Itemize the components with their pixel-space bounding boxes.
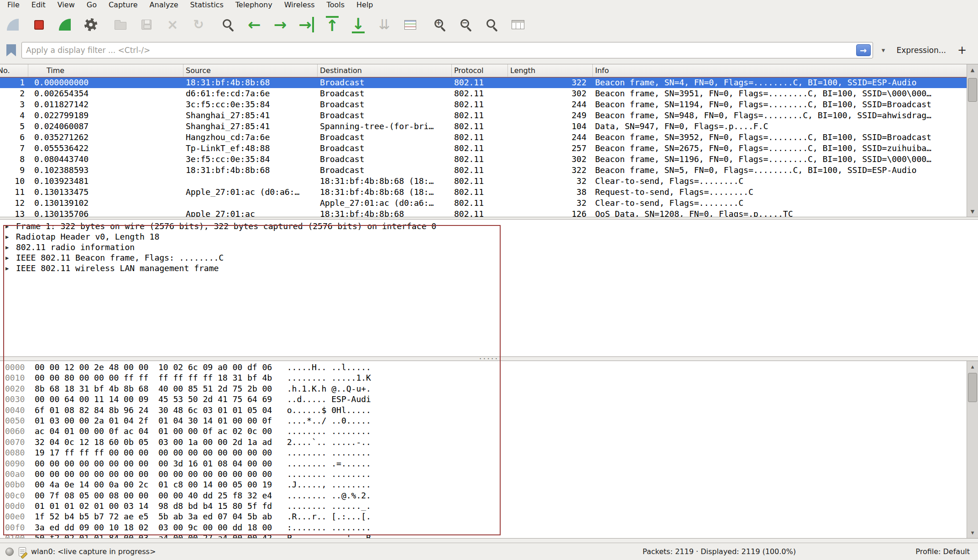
packet-row[interactable]: 30.0118271423c:f5:cc:0e:35:84Broadcast80… xyxy=(0,99,967,110)
packet-bytes-scrollbar[interactable]: ▲ ▼ xyxy=(967,361,978,538)
menu-item-analyze[interactable]: Analyze xyxy=(144,0,184,10)
detail-row[interactable]: ▶Radiotap Header v0, Length 18 xyxy=(0,231,978,242)
capture-comment-icon[interactable] xyxy=(19,547,26,556)
scrollbar-thumb[interactable] xyxy=(968,373,977,402)
pane-splitter[interactable]: ····· xyxy=(0,357,978,361)
packet-row[interactable]: 70.055536422Tp-LinkT_ef:48:88Broadcast80… xyxy=(0,143,967,154)
detail-row[interactable]: ▶IEEE 802.11 Beacon frame, Flags: ......… xyxy=(0,252,978,263)
zoom-reset-button[interactable] xyxy=(483,14,501,35)
hex-row[interactable]: 00b0 00 4a 0e 14 00 0a 00 2c 01 c8 00 14… xyxy=(5,479,978,490)
go-to-bottom-button[interactable]: ↓ xyxy=(349,14,367,35)
go-to-top-button[interactable]: ↑ xyxy=(323,14,341,35)
menu-item-telephony[interactable]: Telephony xyxy=(230,0,278,10)
expression-button[interactable]: Expression... xyxy=(894,46,949,55)
cell-no: 10 xyxy=(0,176,28,187)
expander-icon[interactable]: ▶ xyxy=(5,223,13,230)
menu-item-capture[interactable]: Capture xyxy=(103,0,144,10)
scroll-up-button[interactable]: ▲ xyxy=(967,361,978,372)
cell-length: 302 xyxy=(508,88,593,99)
hex-row[interactable]: 0030 00 00 64 00 11 14 00 09 45 53 50 2d… xyxy=(5,394,978,404)
capture-options-button[interactable] xyxy=(82,14,100,35)
close-file-button[interactable]: × xyxy=(163,14,182,35)
hex-row[interactable]: 0050 01 03 00 00 2a 01 04 2f 01 04 30 14… xyxy=(5,415,978,426)
stop-capture-button[interactable] xyxy=(30,14,48,35)
column-header-source[interactable]: Source xyxy=(183,64,318,77)
zoom-out-button[interactable] xyxy=(457,14,475,35)
detail-row[interactable]: ▶802.11 radio information xyxy=(0,242,978,252)
hex-row[interactable]: 00d0 01 01 01 02 01 00 03 14 98 d8 bd b4… xyxy=(5,501,978,511)
column-header-length[interactable]: Length xyxy=(508,64,593,77)
column-header-time[interactable]: Time xyxy=(28,64,183,77)
menu-item-help[interactable]: Help xyxy=(350,0,379,10)
go-to-packet-button[interactable]: → xyxy=(297,14,315,35)
packet-row[interactable]: 60.035271262Hangzhou_cd:7a:6eBroadcast80… xyxy=(0,132,967,143)
packet-row[interactable]: 80.0804437403e:f5:cc:0e:35:84Broadcast80… xyxy=(0,154,967,165)
profile-button[interactable]: Profile: Default xyxy=(915,547,970,556)
packet-row[interactable]: 20.002654354d6:61:fe:cd:7a:6eBroadcast80… xyxy=(0,88,967,99)
menu-item-file[interactable]: File xyxy=(1,0,26,10)
start-capture-button[interactable] xyxy=(4,14,22,35)
menu-item-wireless[interactable]: Wireless xyxy=(278,0,321,10)
find-packet-button[interactable] xyxy=(219,14,237,35)
restart-capture-button[interactable] xyxy=(56,14,74,35)
expander-icon[interactable]: ▶ xyxy=(5,244,13,251)
resize-columns-button[interactable] xyxy=(509,14,527,35)
reload-file-button[interactable]: ↻ xyxy=(189,14,208,35)
auto-scroll-button[interactable]: ⇊ xyxy=(375,14,393,35)
menu-item-view[interactable]: View xyxy=(52,0,81,10)
detail-row[interactable]: ▶IEEE 802.11 wireless LAN management fra… xyxy=(0,263,978,273)
scroll-down-button[interactable]: ▼ xyxy=(967,527,978,538)
packet-row[interactable]: 100.10392348118:31:bf:4b:8b:68 (18:…802.… xyxy=(0,176,967,187)
hex-row[interactable]: 0040 6f 01 08 82 84 8b 96 24 30 48 6c 03… xyxy=(5,405,978,415)
packet-row[interactable]: 50.024060087Shanghai_27:85:41Spanning-tr… xyxy=(0,121,967,132)
packet-list-scrollbar[interactable]: ▲ ▼ xyxy=(967,64,978,217)
packet-row[interactable]: 10.00000000018:31:bf:4b:8b:68Broadcast80… xyxy=(0,77,967,88)
colorize-button[interactable] xyxy=(401,14,419,35)
display-filter-input[interactable] xyxy=(21,42,873,58)
scroll-up-button[interactable]: ▲ xyxy=(967,64,978,75)
hex-row[interactable]: 0020 8b 68 18 31 bf 4b 8b 68 40 00 85 51… xyxy=(5,383,978,394)
packet-row[interactable]: 120.130139102Apple_27:01:ac (d0:a6:…802.… xyxy=(0,198,967,209)
hex-row[interactable]: 0010 00 00 80 00 00 00 ff ff ff ff ff ff… xyxy=(5,372,978,383)
go-forward-button[interactable]: → xyxy=(271,14,289,35)
hex-row[interactable]: 00c0 00 7f 08 05 00 08 00 00 00 00 40 dd… xyxy=(5,490,978,501)
hex-row[interactable]: 0090 00 00 00 00 00 00 00 00 00 3d 16 01… xyxy=(5,458,978,469)
packet-row[interactable]: 90.10238859318:31:bf:4b:8b:68Broadcast80… xyxy=(0,165,967,176)
go-back-button[interactable]: ← xyxy=(245,14,263,35)
filter-history-dropdown-icon[interactable]: ▾ xyxy=(879,46,889,54)
packet-row[interactable]: 40.022799189Shanghai_27:85:41Broadcast80… xyxy=(0,110,967,121)
menu-item-go[interactable]: Go xyxy=(81,0,103,10)
menu-item-tools[interactable]: Tools xyxy=(321,0,350,10)
menu-item-statistics[interactable]: Statistics xyxy=(184,0,230,10)
add-filter-button[interactable]: + xyxy=(954,44,970,57)
expander-icon[interactable]: ▶ xyxy=(5,265,13,272)
packet-row[interactable]: 130.130135706Apple_27:01:ac18:31:bf:4b:8… xyxy=(0,209,967,217)
packet-row[interactable]: 110.130133475Apple_27:01:ac (d0:a6:…18:3… xyxy=(0,187,967,198)
hex-row[interactable]: 00e0 1f 52 b4 b5 b7 72 ae e5 5b ab 3a ed… xyxy=(5,511,978,522)
cell-info: Beacon frame, SN=2675, FN=0, Flags=.....… xyxy=(593,143,967,154)
menu-item-edit[interactable]: Edit xyxy=(26,0,52,10)
hex-row[interactable]: 00a0 00 00 00 00 00 00 00 00 00 00 00 00… xyxy=(5,469,978,479)
column-header-info[interactable]: Info xyxy=(593,64,967,77)
column-header-destination[interactable]: Destination xyxy=(318,64,452,77)
scroll-down-button[interactable]: ▼ xyxy=(967,206,978,217)
apply-filter-button[interactable]: → xyxy=(856,44,871,56)
save-file-button[interactable] xyxy=(137,14,156,35)
detail-row[interactable]: ▶Frame 1: 322 bytes on wire (2576 bits),… xyxy=(0,221,978,231)
packet-counts-text: Packets: 2119 · Displayed: 2119 (100.0%) xyxy=(643,547,796,556)
hex-row[interactable]: 0100 50 f2 02 01 01 84 00 03 a4 00 00 27… xyxy=(5,533,978,539)
hex-row[interactable]: 0000 00 00 12 00 2e 48 00 00 10 02 6c 09… xyxy=(5,362,978,372)
zoom-in-button[interactable] xyxy=(431,14,449,35)
scrollbar-thumb[interactable] xyxy=(968,78,977,102)
hex-row[interactable]: 0060 ac 04 01 00 00 0f ac 04 01 00 00 0f… xyxy=(5,426,978,436)
hex-row[interactable]: 0070 32 04 0c 12 18 60 0b 05 03 00 1a 00… xyxy=(5,437,978,447)
expander-icon[interactable]: ▶ xyxy=(5,255,13,261)
hex-row[interactable]: 0080 19 17 ff ff ff 00 00 00 00 00 00 00… xyxy=(5,447,978,458)
filter-bookmark-icon[interactable] xyxy=(6,44,16,57)
column-header-protocol[interactable]: Protocol xyxy=(452,64,508,77)
column-header-no[interactable]: No. xyxy=(0,64,28,77)
hex-row[interactable]: 00f0 3a ed dd 09 00 10 18 02 03 00 9c 00… xyxy=(5,522,978,533)
open-file-button[interactable] xyxy=(111,14,130,35)
expander-icon[interactable]: ▶ xyxy=(5,234,13,240)
expert-info-icon[interactable] xyxy=(5,548,14,556)
